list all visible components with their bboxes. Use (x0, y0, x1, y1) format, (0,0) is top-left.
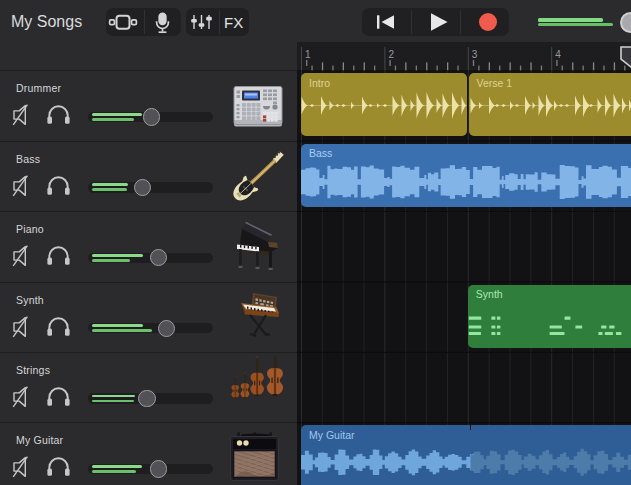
svg-text:1: 1 (305, 49, 311, 60)
svg-text:4: 4 (555, 49, 561, 60)
svg-text:2: 2 (388, 49, 394, 60)
svg-text:3: 3 (472, 49, 478, 60)
